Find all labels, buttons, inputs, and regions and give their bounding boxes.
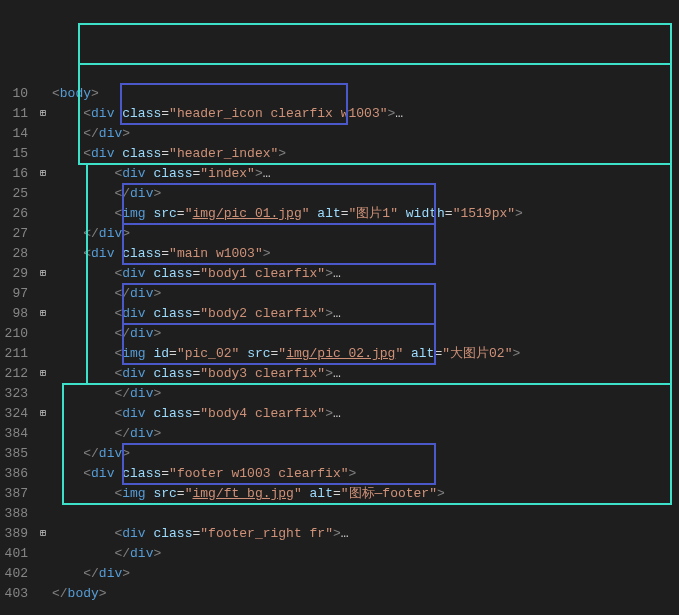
code-line[interactable]: <div class="main w1003"> [52,244,671,264]
line-number: 10 [0,84,28,104]
line-number-gutter: 1011141516252627282997982102112123233243… [0,84,34,604]
line-number: 29 [0,264,28,284]
code-line[interactable]: </div> [52,324,671,344]
line-number: 26 [0,204,28,224]
fold-slot[interactable] [34,204,52,224]
fold-slot[interactable] [34,144,52,164]
line-number: 16 [0,164,28,184]
line-number: 386 [0,464,28,484]
line-number: 324 [0,404,28,424]
code-line[interactable]: <img id="pic_02" src="img/pic_02.jpg" al… [52,344,671,364]
line-number: 402 [0,564,28,584]
highlight-box-teal [78,23,672,65]
line-number: 28 [0,244,28,264]
code-line[interactable]: <img src="img/ft_bg.jpg" alt="图标—footer"… [52,484,671,504]
code-line[interactable]: <body> [52,84,671,104]
fold-slot[interactable] [34,444,52,464]
code-line[interactable]: <div class="footer_right fr">… [52,524,671,544]
code-line[interactable]: </div> [52,184,671,204]
fold-slot[interactable] [34,124,52,144]
code-line[interactable]: <img src="img/pic_01.jpg" alt="图片1" widt… [52,204,671,224]
line-number: 403 [0,584,28,604]
fold-plus-icon[interactable]: ⊞ [34,304,52,324]
code-line[interactable]: <div class="body3 clearfix">… [52,364,671,384]
line-number: 15 [0,144,28,164]
fold-slot[interactable] [34,224,52,244]
code-area[interactable]: <body> <div class="header_icon clearfix … [52,84,679,604]
fold-plus-icon[interactable]: ⊞ [34,524,52,544]
line-number: 211 [0,344,28,364]
line-number: 25 [0,184,28,204]
code-line[interactable]: </body> [52,584,671,604]
line-number: 14 [0,124,28,144]
fold-slot[interactable] [34,344,52,364]
code-line[interactable]: </div> [52,284,671,304]
fold-slot[interactable] [34,484,52,504]
code-line[interactable]: <div class="body2 clearfix">… [52,304,671,324]
code-line[interactable]: </div> [52,444,671,464]
fold-slot[interactable] [34,464,52,484]
fold-slot[interactable] [34,284,52,304]
fold-slot[interactable] [34,584,52,604]
line-number: 11 [0,104,28,124]
line-number: 388 [0,504,28,524]
code-line[interactable]: </div> [52,424,671,444]
code-line[interactable]: </div> [52,544,671,564]
line-number: 384 [0,424,28,444]
code-line[interactable]: <div class="body1 clearfix">… [52,264,671,284]
fold-slot[interactable] [34,544,52,564]
code-line[interactable]: </div> [52,224,671,244]
code-line[interactable] [52,504,671,524]
fold-slot[interactable] [34,564,52,584]
code-line[interactable]: <div class="header_icon clearfix w1003">… [52,104,671,124]
code-line[interactable]: <div class="header_index"> [52,144,671,164]
fold-slot[interactable] [34,324,52,344]
fold-plus-icon[interactable]: ⊞ [34,264,52,284]
line-number: 212 [0,364,28,384]
code-line[interactable]: <div class="footer w1003 clearfix"> [52,464,671,484]
code-line[interactable]: <div class="body4 clearfix">… [52,404,671,424]
code-line[interactable]: </div> [52,564,671,584]
fold-plus-icon[interactable]: ⊞ [34,404,52,424]
line-number: 210 [0,324,28,344]
code-line[interactable]: </div> [52,384,671,404]
line-number: 385 [0,444,28,464]
line-number: 27 [0,224,28,244]
fold-column[interactable]: ⊞⊞⊞⊞⊞⊞⊞ [34,84,52,604]
line-number: 387 [0,484,28,504]
line-number: 389 [0,524,28,544]
line-number: 401 [0,544,28,564]
code-editor[interactable]: 1011141516252627282997982102112123233243… [0,80,679,604]
line-number: 98 [0,304,28,324]
fold-slot[interactable] [34,244,52,264]
fold-plus-icon[interactable]: ⊞ [34,104,52,124]
fold-plus-icon[interactable]: ⊞ [34,164,52,184]
fold-slot[interactable] [34,84,52,104]
code-line[interactable]: <div class="index">… [52,164,671,184]
fold-slot[interactable] [34,424,52,444]
line-number: 97 [0,284,28,304]
line-number: 323 [0,384,28,404]
fold-slot[interactable] [34,184,52,204]
fold-plus-icon[interactable]: ⊞ [34,364,52,384]
code-line[interactable]: </div> [52,124,671,144]
fold-slot[interactable] [34,384,52,404]
fold-slot[interactable] [34,504,52,524]
